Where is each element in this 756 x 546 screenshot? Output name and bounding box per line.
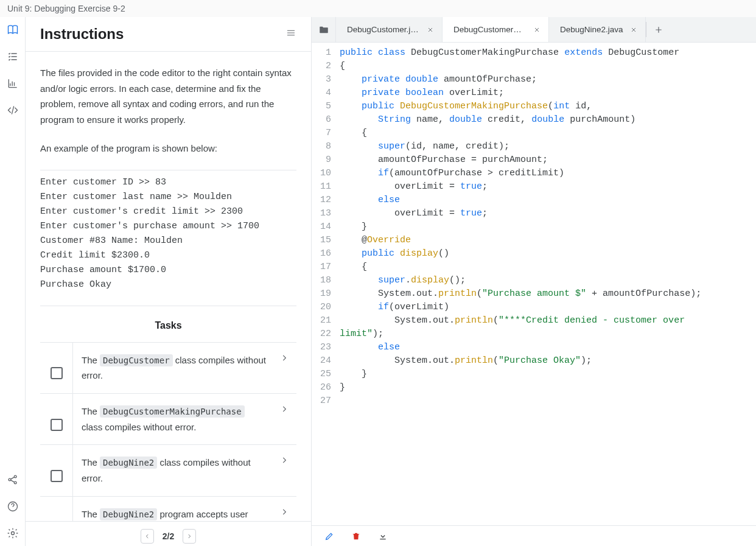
example-intro: An example of the program is shown below…	[40, 141, 296, 156]
instructions-title: Instructions	[40, 26, 124, 43]
line-number-gutter: 1234567891011121314151617181920212223242…	[312, 43, 336, 525]
task-text: The DebugNine2 class compiles without er…	[73, 445, 272, 495]
code-content[interactable]: public class DebugCustomerMakingPurchase…	[336, 43, 707, 525]
checklist-icon[interactable]	[6, 50, 19, 63]
tasks-heading: Tasks	[40, 306, 296, 342]
task-checkbox[interactable]	[40, 445, 73, 495]
file-tab[interactable]: DebugNine2.java	[549, 17, 646, 42]
code-area[interactable]: 1234567891011121314151617181920212223242…	[312, 43, 756, 525]
tab-label: DebugCustomerM…	[453, 25, 527, 34]
file-tab[interactable]: DebugCustomer.ja…	[336, 17, 443, 42]
task-checkbox[interactable]	[40, 343, 73, 393]
task-row[interactable]: The DebugNine2 program accepts user inpu…	[40, 496, 296, 521]
trash-icon[interactable]	[351, 531, 362, 542]
title-bar: Unit 9: Debugging Exercise 9-2	[0, 0, 756, 17]
code-editor-area: DebugCustomer.ja…DebugCustomerM…DebugNin…	[312, 17, 756, 546]
svg-point-0	[9, 478, 11, 481]
gear-icon[interactable]	[6, 527, 19, 540]
share-icon[interactable]	[6, 473, 19, 486]
task-text: The DebugCustomerMakingPurchase class co…	[73, 394, 272, 444]
download-icon[interactable]	[377, 531, 388, 542]
tasks-list: The DebugCustomer class compiles without…	[40, 342, 296, 521]
file-tab[interactable]: DebugCustomerM…	[443, 17, 549, 42]
help-icon[interactable]	[6, 500, 19, 513]
editor-footer	[312, 525, 756, 546]
task-text: The DebugCustomer class compiles without…	[73, 343, 272, 393]
task-text: The DebugNine2 program accepts user inpu…	[73, 497, 272, 521]
close-icon[interactable]	[426, 26, 435, 34]
instructions-panel: Instructions The files provided in the c…	[26, 17, 312, 546]
task-row[interactable]: The DebugNine2 class compiles without er…	[40, 444, 296, 495]
close-icon[interactable]	[533, 26, 541, 34]
edit-icon[interactable]	[324, 531, 335, 542]
chevron-right-icon[interactable]	[272, 497, 296, 516]
pager-prev-button[interactable]	[141, 529, 154, 544]
tab-bar: DebugCustomer.ja…DebugCustomerM…DebugNin…	[312, 17, 756, 43]
left-tool-rail	[0, 17, 26, 546]
code-icon[interactable]	[6, 103, 19, 117]
pager-next-button[interactable]	[183, 529, 196, 544]
new-tab-button[interactable]	[646, 25, 671, 35]
chart-icon[interactable]	[6, 77, 19, 90]
svg-point-2	[14, 481, 16, 484]
svg-point-1	[14, 475, 16, 478]
chevron-right-icon[interactable]	[272, 343, 296, 362]
svg-point-4	[11, 532, 14, 535]
menu-icon[interactable]	[285, 27, 296, 41]
tab-label: DebugNine2.java	[560, 25, 623, 34]
main-area: Instructions The files provided in the c…	[0, 17, 756, 546]
task-row[interactable]: The DebugCustomerMakingPurchase class co…	[40, 393, 296, 444]
instructions-paragraph: The files provided in the code editor to…	[40, 65, 296, 127]
book-icon[interactable]	[6, 23, 19, 37]
task-checkbox[interactable]	[40, 497, 73, 521]
chevron-right-icon[interactable]	[272, 445, 296, 464]
tab-label: DebugCustomer.ja…	[347, 25, 420, 34]
pager: 2/2	[26, 521, 311, 546]
task-row[interactable]: The DebugCustomer class compiles without…	[40, 342, 296, 393]
close-icon[interactable]	[629, 26, 638, 34]
pager-status: 2/2	[163, 531, 174, 541]
instructions-body: The files provided in the code editor to…	[26, 52, 311, 521]
instructions-header: Instructions	[26, 17, 311, 52]
folder-icon[interactable]	[312, 17, 336, 42]
task-checkbox[interactable]	[40, 394, 73, 444]
chevron-right-icon[interactable]	[272, 394, 296, 413]
example-output: Enter customer ID >> 83 Enter customer l…	[40, 170, 296, 306]
